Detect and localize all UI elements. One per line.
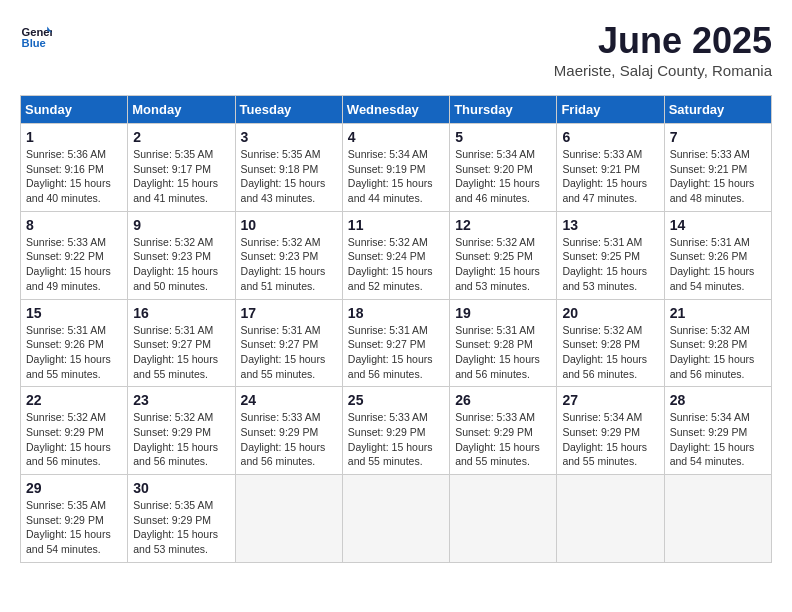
- calendar-cell: 21Sunrise: 5:32 AMSunset: 9:28 PMDayligh…: [664, 299, 771, 387]
- day-number: 3: [241, 129, 337, 145]
- calendar-cell: 30Sunrise: 5:35 AMSunset: 9:29 PMDayligh…: [128, 475, 235, 563]
- day-number: 22: [26, 392, 122, 408]
- weekday-header-wednesday: Wednesday: [342, 96, 449, 124]
- day-number: 20: [562, 305, 658, 321]
- day-info: Sunrise: 5:33 AMSunset: 9:22 PMDaylight:…: [26, 235, 122, 294]
- calendar-cell: 6Sunrise: 5:33 AMSunset: 9:21 PMDaylight…: [557, 124, 664, 212]
- calendar-cell: 8Sunrise: 5:33 AMSunset: 9:22 PMDaylight…: [21, 211, 128, 299]
- weekday-header-friday: Friday: [557, 96, 664, 124]
- calendar-week-row: 22Sunrise: 5:32 AMSunset: 9:29 PMDayligh…: [21, 387, 772, 475]
- day-info: Sunrise: 5:31 AMSunset: 9:25 PMDaylight:…: [562, 235, 658, 294]
- day-info: Sunrise: 5:33 AMSunset: 9:21 PMDaylight:…: [670, 147, 766, 206]
- day-number: 16: [133, 305, 229, 321]
- calendar-cell: 16Sunrise: 5:31 AMSunset: 9:27 PMDayligh…: [128, 299, 235, 387]
- day-info: Sunrise: 5:31 AMSunset: 9:26 PMDaylight:…: [670, 235, 766, 294]
- day-number: 27: [562, 392, 658, 408]
- day-info: Sunrise: 5:35 AMSunset: 9:29 PMDaylight:…: [26, 498, 122, 557]
- location: Maeriste, Salaj County, Romania: [554, 62, 772, 79]
- calendar-cell: 18Sunrise: 5:31 AMSunset: 9:27 PMDayligh…: [342, 299, 449, 387]
- calendar-week-row: 15Sunrise: 5:31 AMSunset: 9:26 PMDayligh…: [21, 299, 772, 387]
- calendar-cell: 22Sunrise: 5:32 AMSunset: 9:29 PMDayligh…: [21, 387, 128, 475]
- page-header: General Blue June 2025 Maeriste, Salaj C…: [20, 20, 772, 79]
- day-info: Sunrise: 5:34 AMSunset: 9:29 PMDaylight:…: [670, 410, 766, 469]
- weekday-header-thursday: Thursday: [450, 96, 557, 124]
- day-info: Sunrise: 5:31 AMSunset: 9:27 PMDaylight:…: [241, 323, 337, 382]
- calendar-cell: [664, 475, 771, 563]
- day-number: 6: [562, 129, 658, 145]
- day-info: Sunrise: 5:32 AMSunset: 9:29 PMDaylight:…: [133, 410, 229, 469]
- day-info: Sunrise: 5:31 AMSunset: 9:28 PMDaylight:…: [455, 323, 551, 382]
- day-number: 14: [670, 217, 766, 233]
- day-info: Sunrise: 5:35 AMSunset: 9:17 PMDaylight:…: [133, 147, 229, 206]
- day-number: 28: [670, 392, 766, 408]
- calendar-cell: [450, 475, 557, 563]
- calendar-cell: 25Sunrise: 5:33 AMSunset: 9:29 PMDayligh…: [342, 387, 449, 475]
- day-info: Sunrise: 5:32 AMSunset: 9:28 PMDaylight:…: [562, 323, 658, 382]
- day-number: 7: [670, 129, 766, 145]
- day-number: 9: [133, 217, 229, 233]
- day-info: Sunrise: 5:32 AMSunset: 9:25 PMDaylight:…: [455, 235, 551, 294]
- logo: General Blue: [20, 20, 52, 52]
- day-number: 19: [455, 305, 551, 321]
- calendar-cell: 15Sunrise: 5:31 AMSunset: 9:26 PMDayligh…: [21, 299, 128, 387]
- calendar-cell: 13Sunrise: 5:31 AMSunset: 9:25 PMDayligh…: [557, 211, 664, 299]
- day-info: Sunrise: 5:31 AMSunset: 9:26 PMDaylight:…: [26, 323, 122, 382]
- calendar-cell: 23Sunrise: 5:32 AMSunset: 9:29 PMDayligh…: [128, 387, 235, 475]
- weekday-header-monday: Monday: [128, 96, 235, 124]
- calendar-cell: 11Sunrise: 5:32 AMSunset: 9:24 PMDayligh…: [342, 211, 449, 299]
- day-number: 2: [133, 129, 229, 145]
- weekday-header-tuesday: Tuesday: [235, 96, 342, 124]
- calendar-cell: 27Sunrise: 5:34 AMSunset: 9:29 PMDayligh…: [557, 387, 664, 475]
- day-info: Sunrise: 5:32 AMSunset: 9:28 PMDaylight:…: [670, 323, 766, 382]
- day-number: 5: [455, 129, 551, 145]
- day-number: 4: [348, 129, 444, 145]
- day-info: Sunrise: 5:32 AMSunset: 9:23 PMDaylight:…: [133, 235, 229, 294]
- day-number: 24: [241, 392, 337, 408]
- calendar-cell: 17Sunrise: 5:31 AMSunset: 9:27 PMDayligh…: [235, 299, 342, 387]
- day-number: 13: [562, 217, 658, 233]
- calendar-cell: 20Sunrise: 5:32 AMSunset: 9:28 PMDayligh…: [557, 299, 664, 387]
- calendar-cell: 4Sunrise: 5:34 AMSunset: 9:19 PMDaylight…: [342, 124, 449, 212]
- day-number: 29: [26, 480, 122, 496]
- day-number: 17: [241, 305, 337, 321]
- calendar-cell: 3Sunrise: 5:35 AMSunset: 9:18 PMDaylight…: [235, 124, 342, 212]
- day-info: Sunrise: 5:33 AMSunset: 9:21 PMDaylight:…: [562, 147, 658, 206]
- weekday-header-row: SundayMondayTuesdayWednesdayThursdayFrid…: [21, 96, 772, 124]
- calendar-week-row: 1Sunrise: 5:36 AMSunset: 9:16 PMDaylight…: [21, 124, 772, 212]
- day-info: Sunrise: 5:33 AMSunset: 9:29 PMDaylight:…: [455, 410, 551, 469]
- calendar-cell: [342, 475, 449, 563]
- day-info: Sunrise: 5:34 AMSunset: 9:20 PMDaylight:…: [455, 147, 551, 206]
- day-number: 30: [133, 480, 229, 496]
- day-info: Sunrise: 5:31 AMSunset: 9:27 PMDaylight:…: [133, 323, 229, 382]
- day-number: 25: [348, 392, 444, 408]
- day-number: 8: [26, 217, 122, 233]
- calendar-cell: 24Sunrise: 5:33 AMSunset: 9:29 PMDayligh…: [235, 387, 342, 475]
- day-number: 18: [348, 305, 444, 321]
- day-number: 12: [455, 217, 551, 233]
- day-info: Sunrise: 5:33 AMSunset: 9:29 PMDaylight:…: [348, 410, 444, 469]
- weekday-header-sunday: Sunday: [21, 96, 128, 124]
- day-info: Sunrise: 5:36 AMSunset: 9:16 PMDaylight:…: [26, 147, 122, 206]
- day-info: Sunrise: 5:31 AMSunset: 9:27 PMDaylight:…: [348, 323, 444, 382]
- calendar-cell: 26Sunrise: 5:33 AMSunset: 9:29 PMDayligh…: [450, 387, 557, 475]
- calendar-cell: 12Sunrise: 5:32 AMSunset: 9:25 PMDayligh…: [450, 211, 557, 299]
- logo-icon: General Blue: [20, 20, 52, 52]
- day-info: Sunrise: 5:32 AMSunset: 9:29 PMDaylight:…: [26, 410, 122, 469]
- calendar-cell: 7Sunrise: 5:33 AMSunset: 9:21 PMDaylight…: [664, 124, 771, 212]
- calendar-table: SundayMondayTuesdayWednesdayThursdayFrid…: [20, 95, 772, 563]
- calendar-cell: 14Sunrise: 5:31 AMSunset: 9:26 PMDayligh…: [664, 211, 771, 299]
- calendar-cell: 19Sunrise: 5:31 AMSunset: 9:28 PMDayligh…: [450, 299, 557, 387]
- day-info: Sunrise: 5:35 AMSunset: 9:29 PMDaylight:…: [133, 498, 229, 557]
- calendar-week-row: 8Sunrise: 5:33 AMSunset: 9:22 PMDaylight…: [21, 211, 772, 299]
- day-number: 26: [455, 392, 551, 408]
- day-info: Sunrise: 5:32 AMSunset: 9:23 PMDaylight:…: [241, 235, 337, 294]
- calendar-cell: 10Sunrise: 5:32 AMSunset: 9:23 PMDayligh…: [235, 211, 342, 299]
- day-info: Sunrise: 5:32 AMSunset: 9:24 PMDaylight:…: [348, 235, 444, 294]
- calendar-cell: 29Sunrise: 5:35 AMSunset: 9:29 PMDayligh…: [21, 475, 128, 563]
- day-info: Sunrise: 5:34 AMSunset: 9:19 PMDaylight:…: [348, 147, 444, 206]
- calendar-cell: 28Sunrise: 5:34 AMSunset: 9:29 PMDayligh…: [664, 387, 771, 475]
- calendar-week-row: 29Sunrise: 5:35 AMSunset: 9:29 PMDayligh…: [21, 475, 772, 563]
- day-number: 21: [670, 305, 766, 321]
- day-number: 11: [348, 217, 444, 233]
- month-title: June 2025: [554, 20, 772, 62]
